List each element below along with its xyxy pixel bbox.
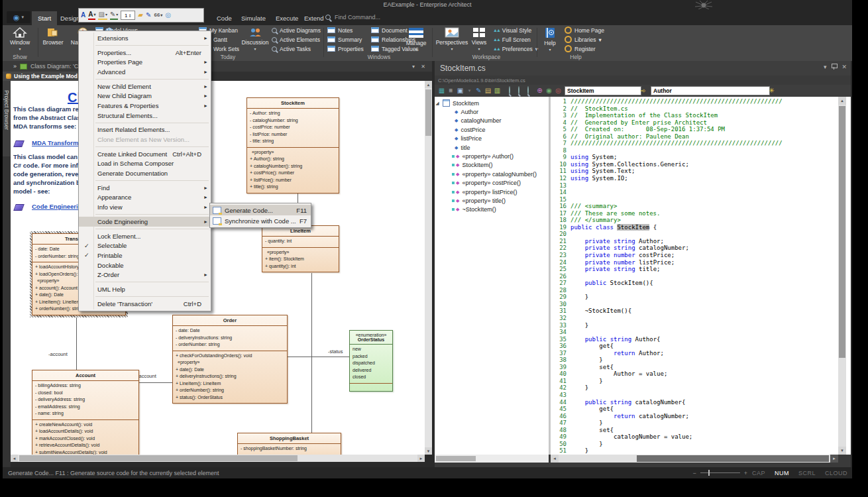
font-color-icon[interactable]: A▾ — [88, 11, 95, 20]
tab-start[interactable]: Start — [32, 11, 57, 25]
tree-item[interactable]: ◆StockItem() — [435, 161, 549, 170]
reading-glasses-icon[interactable]: 66▾ — [154, 11, 162, 19]
fill-color-icon[interactable]: ▨▾ — [98, 11, 107, 20]
zoom-slider[interactable] — [700, 472, 740, 473]
zoom-out-icon[interactable] — [523, 86, 532, 95]
scrollbar-thumb[interactable] — [425, 89, 431, 136]
tab-simulate[interactable]: Simulate — [235, 11, 272, 25]
tab-code[interactable]: Code — [211, 11, 238, 25]
menu-item[interactable]: Dockable — [79, 260, 211, 270]
window-button[interactable]: Window ▾ — [7, 27, 33, 52]
menu-item[interactable]: Delete 'Transaction'Ctrl+D — [79, 299, 211, 309]
menu-item[interactable]: Properties...Alt+Enter — [79, 48, 211, 58]
tree-item[interactable]: ◆«property» costPrice() — [435, 179, 549, 188]
class-element-orderstatus[interactable]: «enumeration»OrderStatusnewpackeddispatc… — [349, 330, 393, 392]
tree-item[interactable]: ◆Author — [435, 107, 549, 116]
submenu-item[interactable]: Synchronize with Code ...F7 — [210, 215, 311, 226]
class-element-stockitem[interactable]: StockItem- Author: string- catalogNumber… — [246, 97, 339, 193]
chevron-down-icon[interactable]: ▾ — [412, 64, 415, 70]
menu-item[interactable]: Extensions► — [79, 33, 211, 43]
code-horizontal-scrollbar[interactable]: ◄ ► — [551, 455, 838, 463]
views-button[interactable]: Views ▾ — [470, 27, 488, 52]
scrollbar-thumb[interactable] — [839, 106, 845, 358]
tree-horizontal-scrollbar[interactable] — [435, 455, 549, 463]
display-options-icon[interactable]: ▣ — [456, 86, 464, 95]
active-tasks-button[interactable]: Active Tasks — [272, 44, 311, 53]
menu-item[interactable]: ✓Selectable — [79, 241, 211, 250]
new-document-icon[interactable]: ▤ — [484, 86, 492, 95]
diagram-canvas[interactable]: Class Model This Class diagram reprefrom… — [11, 81, 425, 455]
code-vertical-scrollbar[interactable]: ▲ ▼ — [838, 97, 846, 455]
class-element-shoppingbasket[interactable]: ShoppingBasket- shoppingBasketNumber: st… — [237, 433, 341, 455]
pin-icon[interactable] — [832, 64, 836, 70]
menu-item[interactable]: Find► — [79, 183, 211, 193]
tree-item-root[interactable]: ◢StockItem — [435, 99, 549, 107]
diagram-vertical-scrollbar[interactable]: ▲ ▼ — [425, 81, 432, 455]
menu-item[interactable]: Info view► — [79, 202, 211, 212]
menu-item[interactable]: Structural Elements... — [79, 111, 211, 121]
font-icon[interactable]: A — [81, 11, 85, 19]
format-painter-icon[interactable]: ▰ — [138, 11, 143, 19]
register-button[interactable]: Register — [565, 44, 596, 53]
app-menu-button[interactable]: ◉▾ — [7, 11, 30, 23]
mda-transforms-link[interactable]: MDA Transforms — [32, 139, 82, 146]
active-elements-button[interactable]: Active Elements — [272, 35, 320, 44]
tree-item[interactable]: ◆«property» catalogNumber() — [435, 170, 549, 178]
diagram-horizontal-scrollbar[interactable]: ◄ ► — [11, 455, 425, 462]
line-width-spinner[interactable]: 1⇕ — [121, 11, 135, 20]
submenu-item[interactable]: Generate Code...F11 — [210, 205, 311, 215]
menu-item[interactable]: New Child Diagram► — [79, 91, 211, 101]
scroll-down-icon[interactable]: ▼ — [838, 447, 846, 455]
tree-item[interactable]: ◆costPrice — [435, 125, 549, 134]
diagram-breadcrumb[interactable]: » Class Diagram: 'C ▾ ✕ — [3, 61, 432, 72]
tree-item[interactable]: ◆«property» Author() — [435, 152, 549, 160]
scroll-left-icon[interactable]: ◄ — [551, 455, 559, 463]
copy-icon[interactable]: ▥ — [493, 86, 502, 95]
home-page-button[interactable]: Home Page — [565, 26, 604, 34]
line-color-icon[interactable]: ✎▾ — [110, 11, 118, 20]
menu-item[interactable]: Generate Documentation — [79, 168, 211, 178]
notes-button[interactable]: Notes — [327, 26, 353, 34]
code-view[interactable]: 1///////////////////////////////////////… — [551, 97, 838, 456]
browser-button[interactable]: Browser — [40, 27, 66, 46]
scroll-right-icon[interactable]: ► — [830, 455, 838, 463]
pen-icon[interactable]: ✎ — [146, 11, 151, 19]
menu-item[interactable]: ✓Printable — [79, 250, 211, 260]
menu-item[interactable]: UML Help — [79, 284, 211, 294]
code-structure-tree[interactable]: ◢StockItem◆Author◆catalogNumber◆costPric… — [435, 97, 549, 457]
tree-item[interactable]: ◆catalogNumber — [435, 117, 549, 125]
scroll-right-icon[interactable]: ► — [417, 455, 425, 462]
perspectives-button[interactable]: Perspectives ▾ — [435, 27, 468, 52]
focus-icon[interactable]: ◎ — [165, 11, 171, 19]
tree-item[interactable]: ◆«property» title() — [435, 196, 549, 205]
structure-icon[interactable]: ▦ — [437, 86, 446, 95]
class-combo[interactable]: StockItem — [565, 86, 641, 95]
intelli-icon[interactable]: ◉ — [545, 86, 553, 95]
edit-icon[interactable]: ✎ — [474, 86, 483, 95]
scroll-left-icon[interactable]: ◄ — [11, 455, 18, 462]
menu-item[interactable]: Insert Related Elements... — [79, 125, 211, 135]
menu-item[interactable]: Create Linked DocumentCtrl+Alt+D — [79, 149, 211, 159]
class-element-order[interactable]: Order- date: Date- deliveryInstructions:… — [172, 315, 288, 404]
close-icon[interactable]: ✕ — [841, 64, 847, 70]
menu-item[interactable]: Advanced► — [79, 67, 211, 77]
expander-icon[interactable]: ◢ — [435, 101, 440, 106]
document-button[interactable]: Document — [371, 26, 407, 34]
scroll-up-icon[interactable]: ▲ — [425, 81, 432, 88]
zoom-out-button[interactable]: − — [692, 470, 696, 476]
menu-item[interactable]: Lock Element... — [79, 231, 211, 241]
menu-item[interactable]: Load in Schema Composer — [79, 159, 211, 169]
help-button[interactable]: Help ▾ — [539, 27, 561, 53]
visual-style-button[interactable]: ▲▲ Visual Style — [493, 26, 531, 34]
scroll-down-icon[interactable]: ▼ — [425, 447, 432, 455]
chevron-down-icon[interactable]: ▾ — [824, 64, 827, 70]
goto-icon[interactable]: ⊕ — [535, 86, 544, 95]
scrollbar-thumb[interactable] — [19, 455, 298, 461]
tree-item[interactable]: ◆title — [435, 143, 549, 152]
class-element-lineitem[interactable]: LineItem- quantity: int«property»+ item(… — [262, 225, 339, 272]
close-icon[interactable]: ✕ — [421, 64, 425, 70]
macro-icon[interactable]: ◎ — [554, 86, 563, 95]
summary-button[interactable]: Summary — [327, 35, 362, 44]
class-element-account[interactable]: Account- billingAddress: string- closed:… — [32, 370, 139, 455]
tree-item[interactable]: ◆~StockItem() — [435, 205, 549, 214]
